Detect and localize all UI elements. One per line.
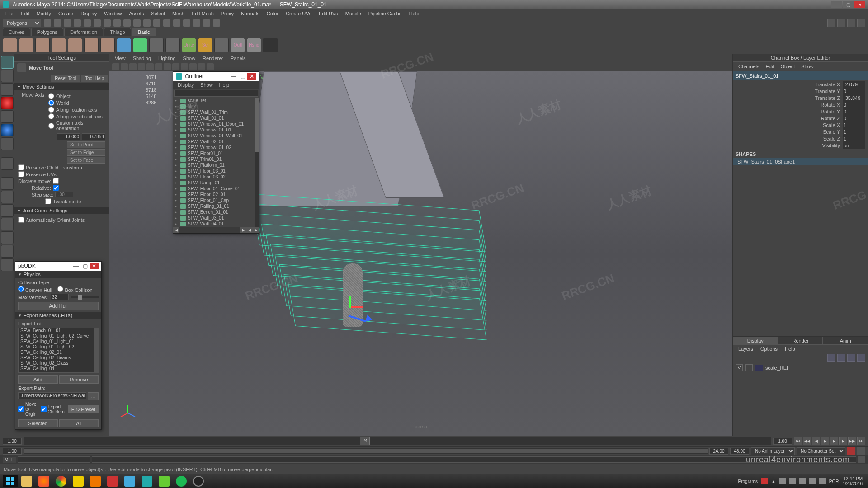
outliner-menu-show[interactable]: Show — [198, 82, 216, 88]
outliner-item[interactable]: ▸SFW_Platform_01 — [173, 162, 259, 168]
snap-grid-icon[interactable] — [133, 19, 141, 27]
tray-up-icon[interactable]: ▲ — [771, 479, 776, 484]
sel-edge-icon[interactable] — [104, 19, 111, 27]
vp-toolbar-icon-4[interactable] — [146, 63, 154, 70]
menu-edit-uvs[interactable]: Edit UVs — [315, 10, 342, 17]
outliner-item[interactable]: ▸SFW_Wall_01_01 — [173, 115, 259, 121]
vp-toolbar-icon-9[interactable] — [189, 63, 197, 70]
taskbar-photos[interactable] — [122, 475, 138, 487]
menu-window[interactable]: Window — [100, 10, 125, 17]
tray-clock[interactable]: 12:44 PM 1/23/2016 — [843, 476, 863, 486]
render-globals-icon[interactable] — [213, 19, 220, 27]
outliner-item[interactable]: ▸SFW_Floor01_01 — [173, 150, 259, 156]
attr-row[interactable]: Rotate X0 — [733, 102, 868, 108]
pbudk-close[interactable]: ✕ — [90, 263, 99, 269]
export-list-item[interactable]: SFW_Center_Piece_01 — [19, 371, 98, 373]
vp-toolbar-icon-3[interactable] — [138, 63, 145, 70]
layer-row[interactable]: V scale_REF — [733, 363, 868, 372]
max-vertices-slider[interactable] — [71, 296, 99, 298]
outliner-item[interactable]: ▸SFW_Wall_02_01 — [173, 139, 259, 145]
vp-menu-show[interactable]: Show — [180, 56, 198, 61]
vp-menu-renderer[interactable]: Renderer — [200, 56, 226, 61]
anim-layer-select[interactable]: No Anim Layer — [751, 447, 795, 455]
start-button[interactable] — [3, 475, 18, 487]
export-list-item[interactable]: SFW_Ceiling_01_Light_02 — [19, 344, 98, 350]
move-tool[interactable] — [1, 97, 14, 109]
sel-vert-icon[interactable] — [94, 19, 101, 27]
attr-row[interactable]: Scale Z1 — [733, 136, 868, 142]
cb-menu-channels[interactable]: Channels — [736, 63, 762, 70]
layout-hyper[interactable] — [1, 218, 14, 230]
select-tool[interactable] — [1, 56, 14, 69]
attr-row[interactable]: Translate Z-35.849 — [733, 95, 868, 102]
taskbar-unreal[interactable] — [190, 475, 207, 487]
tray-lang[interactable]: POR — [829, 479, 839, 484]
outliner-item[interactable]: ▸SFW_Bench_01_01 — [173, 209, 259, 215]
cb-tab-anim[interactable]: Anim — [823, 337, 868, 345]
layer-new-icon[interactable] — [827, 354, 835, 362]
export-list-item[interactable]: SFW_Ceiling_02_01 — [19, 350, 98, 355]
move-settings-header[interactable]: Move Settings — [14, 83, 109, 90]
axis-val-2[interactable] — [82, 133, 105, 140]
sel-face-icon[interactable] — [113, 19, 121, 27]
layer-menu-help[interactable]: Help — [782, 346, 798, 352]
attr-row[interactable]: Scale Y1 — [733, 129, 868, 136]
axis-radio-3[interactable]: Along live object axis — [48, 113, 105, 119]
shelf-tab-deformation[interactable]: Deformation — [64, 28, 103, 36]
shelf-button-4[interactable] — [68, 38, 82, 52]
shelf-button-14[interactable]: Outl — [231, 38, 245, 52]
shelf-tab-polygons[interactable]: Polygons — [31, 28, 63, 36]
tray-sound-icon[interactable] — [799, 478, 806, 484]
layer-swatch[interactable] — [755, 365, 763, 371]
layer-vis-toggle[interactable]: V — [736, 364, 743, 371]
menu-help[interactable]: Help — [406, 10, 423, 17]
cmd-input[interactable] — [18, 456, 90, 463]
selected-object-name[interactable]: SFW_Stairs_01_01 — [733, 71, 868, 80]
set-to-edge-button[interactable]: Set to Edge — [67, 149, 105, 156]
step-back-button[interactable]: ◀ — [812, 437, 820, 445]
outliner-item[interactable]: ▸SFW_Window_01_02 — [173, 145, 259, 150]
shelf-button-8[interactable] — [133, 38, 147, 52]
preserve-uvs-check[interactable] — [18, 171, 24, 177]
vp-toolbar-icon-11[interactable] — [207, 63, 214, 70]
shelf-button-5[interactable] — [84, 38, 99, 52]
taskbar-maya[interactable] — [139, 475, 155, 487]
attr-row[interactable]: Rotate Z0 — [733, 115, 868, 122]
browse-button[interactable]: ... — [88, 392, 99, 400]
axis-radio-2[interactable]: Along rotation axis — [48, 107, 105, 113]
layout-script[interactable] — [1, 204, 14, 217]
set-key-button[interactable] — [857, 447, 865, 455]
vp-menu-panels[interactable]: Panels — [228, 56, 249, 61]
vp-toolbar-icon-1[interactable] — [121, 63, 128, 70]
char-set-select[interactable]: No Character Set — [797, 447, 845, 455]
attr-row[interactable]: Translate X-2.079 — [733, 81, 868, 88]
rotate-tool[interactable] — [1, 110, 14, 123]
remove-button[interactable]: Remove — [59, 375, 99, 384]
scale-tool[interactable] — [1, 124, 14, 136]
shelf-tab-thiago[interactable]: Thiago — [104, 28, 131, 36]
soft-select-tool[interactable] — [1, 157, 14, 170]
shelf-button-6[interactable] — [100, 38, 115, 52]
tray-battery-icon[interactable] — [809, 478, 816, 484]
vp-menu-shading[interactable]: Shading — [130, 56, 154, 61]
file-new-icon[interactable] — [44, 19, 51, 27]
range-start-field[interactable] — [3, 448, 22, 455]
vp-toolbar-icon-10[interactable] — [198, 63, 205, 70]
outliner-title-bar[interactable]: Outliner — ▢ ✕ — [173, 72, 259, 81]
menu-assets[interactable]: Assets — [125, 10, 147, 17]
convex-hull-radio[interactable]: Convex Hull — [18, 286, 52, 293]
layout-pane3-icon[interactable] — [847, 19, 855, 27]
layout-pane4-icon[interactable] — [857, 19, 865, 27]
auto-orient-check[interactable] — [18, 217, 24, 223]
outliner-item[interactable]: ▸SFW_Ramp_01 — [173, 180, 259, 186]
menu-muscle[interactable]: Muscle — [342, 10, 365, 17]
shelf-button-10[interactable] — [165, 38, 180, 52]
outliner-item[interactable]: ▸SFW_Window_01_Wall_01 — [173, 133, 259, 139]
taskbar-chrome[interactable] — [53, 475, 69, 487]
shelf-button-16[interactable] — [263, 38, 278, 52]
vp-toolbar-icon-0[interactable] — [112, 63, 119, 70]
step-fwd-button[interactable]: ▶ — [839, 437, 847, 445]
outliner-menu-help[interactable]: Help — [217, 82, 232, 88]
layout-dyn[interactable] — [1, 258, 14, 271]
outliner-item[interactable]: ▸hkfx — [173, 103, 259, 109]
